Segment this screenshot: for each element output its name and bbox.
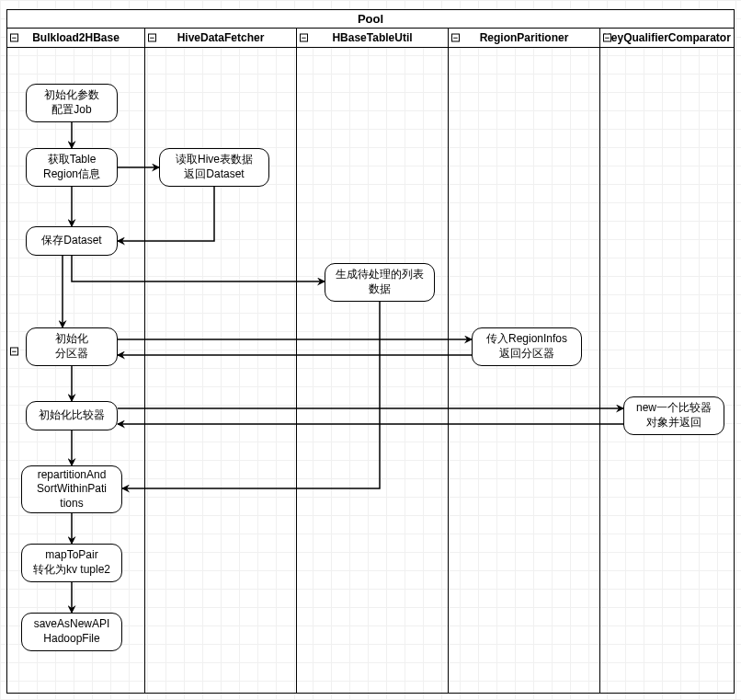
node-label: 读取Hive表数据返回Dataset (176, 153, 253, 181)
node-repartition-sort[interactable]: repartitionAndSortWithinPatitions (21, 465, 122, 513)
lane-title: Bulkload2HBase (32, 31, 120, 44)
collapse-icon[interactable]: − (451, 34, 460, 42)
node-pass-regioninfos[interactable]: 传入RegionInfos返回分区器 (472, 327, 582, 366)
node-label: repartitionAndSortWithinPatitions (37, 468, 107, 511)
node-save-dataset[interactable]: 保存Dataset (26, 226, 118, 256)
node-init-comparator[interactable]: 初始化比较器 (26, 401, 118, 430)
lane-header: − HBaseTableUtil (297, 29, 448, 48)
pool-title: − Pool (7, 10, 734, 29)
node-init-params[interactable]: 初始化参数配置Job (26, 84, 118, 122)
lane-title: RegionParitioner (480, 31, 569, 44)
node-label: new一个比较器对象并返回 (636, 401, 712, 430)
lane-hivedatafetcher: − HiveDataFetcher (145, 29, 297, 693)
lane-header: − Bulkload2HBase (7, 29, 144, 48)
node-label: 传入RegionInfos返回分区器 (486, 332, 567, 361)
pool-title-text: Pool (358, 12, 383, 26)
lane-hbasetableutil: − HBaseTableUtil (297, 29, 449, 693)
node-gen-pending-list[interactable]: 生成待处理的列表数据 (325, 263, 435, 302)
lane-keyqualifiercomparator: − KeyQualifierComparator (600, 29, 735, 693)
collapse-icon[interactable]: − (148, 34, 156, 42)
collapse-icon[interactable]: − (10, 34, 18, 42)
node-label: 获取TableRegion信息 (43, 153, 100, 181)
node-label: 初始化参数配置Job (44, 88, 99, 117)
node-new-comparator[interactable]: new一个比较器对象并返回 (623, 396, 724, 435)
node-init-partitioner[interactable]: 初始化分区器 (26, 327, 118, 366)
node-save-hadoopfile[interactable]: saveAsNewAPIHadoopFile (21, 613, 122, 651)
node-label: 初始化比较器 (39, 408, 105, 423)
node-label: 生成待处理的列表数据 (336, 268, 424, 296)
pool-container: − Pool − Bulkload2HBase − HiveDataFetche… (6, 9, 735, 694)
lane-title: HBaseTableUtil (332, 31, 412, 44)
node-read-hive[interactable]: 读取Hive表数据返回Dataset (159, 148, 269, 187)
lanes-row: − Bulkload2HBase − HiveDataFetcher − HBa… (7, 29, 734, 693)
node-maptopair[interactable]: mapToPair转化为kv tuple2 (21, 544, 122, 582)
node-get-table-region[interactable]: 获取TableRegion信息 (26, 148, 118, 187)
lane-title: KeyQualifierComparator (603, 31, 731, 44)
node-label: 初始化分区器 (55, 332, 88, 361)
lane-header: − KeyQualifierComparator (600, 29, 734, 48)
collapse-icon[interactable]: − (300, 34, 308, 42)
node-label: 保存Dataset (41, 234, 101, 248)
collapse-icon[interactable]: − (603, 34, 611, 42)
lane-header: − HiveDataFetcher (145, 29, 296, 48)
node-label: mapToPair转化为kv tuple2 (33, 548, 110, 577)
node-label: saveAsNewAPIHadoopFile (34, 617, 110, 646)
lane-title: HiveDataFetcher (177, 31, 265, 44)
lane-header: − RegionParitioner (449, 29, 599, 48)
